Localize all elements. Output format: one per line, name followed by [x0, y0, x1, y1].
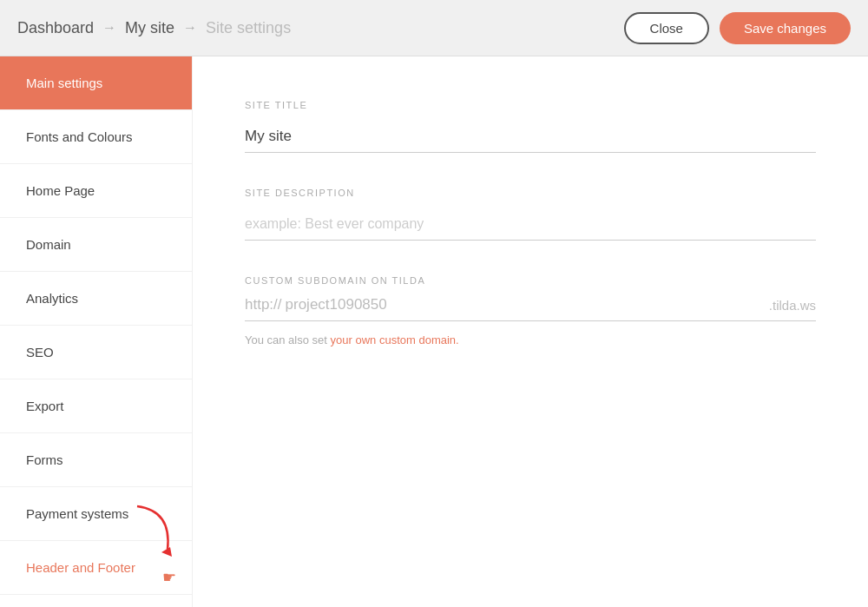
subdomain-row: http:// .tilda.ws: [245, 296, 816, 321]
content-area: SITE TITLE SITE DESCRIPTION CUSTOM SUBDO…: [193, 56, 868, 607]
cursor-icon: ☛: [162, 568, 176, 587]
breadcrumb-mysite: My site: [125, 19, 174, 37]
topbar: Dashboard → My site → Site settings Clos…: [0, 0, 868, 56]
sidebar-item-domain[interactable]: Domain: [0, 218, 192, 272]
sidebar-item-forms[interactable]: Forms: [0, 433, 192, 487]
site-title-group: SITE TITLE: [245, 100, 816, 153]
topbar-actions: Close Save changes: [624, 12, 851, 44]
site-description-label: SITE DESCRIPTION: [245, 188, 816, 198]
sidebar-item-analytics[interactable]: Analytics: [0, 272, 192, 326]
sidebar-item-header-footer[interactable]: Header and Footer ☛: [0, 541, 192, 595]
subdomain-prefix: http://: [245, 296, 282, 313]
custom-domain-note: You can also set your own custom domain.: [245, 333, 816, 346]
sidebar-item-main-settings[interactable]: Main settings: [0, 56, 192, 110]
sidebar-item-home-page[interactable]: Home Page: [0, 164, 192, 218]
custom-domain-link[interactable]: your own custom domain.: [331, 333, 459, 346]
site-title-label: SITE TITLE: [245, 100, 816, 110]
site-description-group: SITE DESCRIPTION: [245, 188, 816, 241]
sidebar-item-fonts-colours[interactable]: Fonts and Colours: [0, 110, 192, 164]
sidebar-item-seo[interactable]: SEO: [0, 326, 192, 379]
subdomain-label: CUSTOM SUBDOMAIN ON TILDA: [245, 275, 816, 286]
site-description-input[interactable]: [245, 208, 816, 241]
site-title-input[interactable]: [245, 121, 816, 153]
subdomain-suffix: .tilda.ws: [769, 298, 816, 313]
red-arrow-icon: [128, 502, 176, 558]
close-button[interactable]: Close: [624, 12, 709, 44]
subdomain-group: CUSTOM SUBDOMAIN ON TILDA http:// .tilda…: [245, 275, 816, 346]
breadcrumb-sitesettings: Site settings: [206, 19, 291, 37]
subdomain-input[interactable]: [286, 296, 769, 313]
breadcrumb-dashboard: Dashboard: [17, 19, 94, 37]
breadcrumb-arrow-1: →: [102, 20, 116, 36]
sidebar: Main settings Fonts and Colours Home Pag…: [0, 56, 193, 607]
save-button[interactable]: Save changes: [720, 12, 851, 44]
sidebar-item-export[interactable]: Export: [0, 379, 192, 433]
breadcrumb: Dashboard → My site → Site settings: [17, 19, 291, 37]
breadcrumb-arrow-2: →: [183, 20, 197, 36]
main-layout: Main settings Fonts and Colours Home Pag…: [0, 56, 868, 607]
